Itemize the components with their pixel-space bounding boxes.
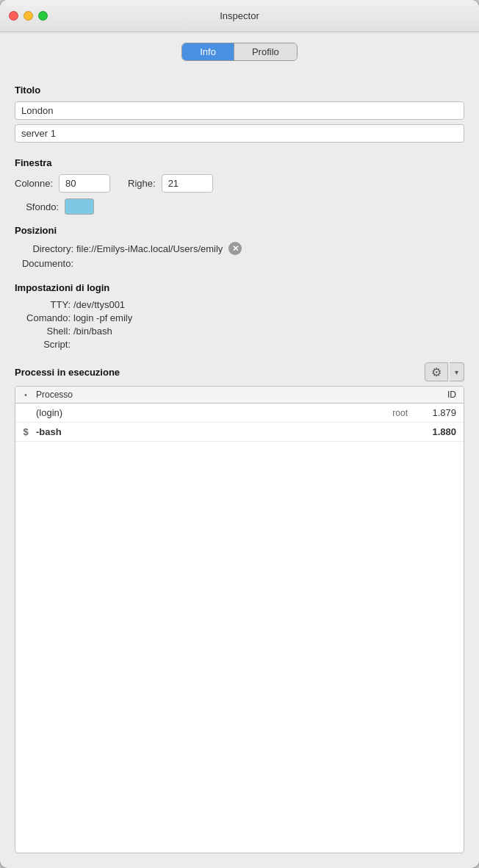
colonne-input[interactable] — [59, 174, 110, 193]
directory-value: file://Emilys-iMac.local/Users/emily — [76, 243, 223, 254]
chevron-button[interactable]: ▾ — [450, 362, 464, 381]
tty-value: /dev/ttys001 — [73, 299, 125, 310]
tab-profilo[interactable]: Profilo — [234, 43, 297, 60]
processes-header: Processi in esecuzione ⚙ ▾ — [15, 362, 464, 381]
titolo-label: Titolo — [15, 85, 464, 96]
shell-key: Shell: — [15, 326, 71, 337]
shell-value: /bin/bash — [73, 326, 112, 337]
process-table-header: • Processo ID — [15, 387, 464, 403]
processes-actions: ⚙ ▾ — [425, 362, 464, 381]
content-area: Info Profilo Titolo Finestra Colonne: Ri… — [0, 32, 479, 868]
col-header-processo: Processo — [36, 390, 412, 400]
impostazioni-label: Impostazioni di login — [15, 282, 464, 293]
sfondo-label: Sfondo: — [15, 201, 59, 212]
process-table-empty — [15, 442, 464, 501]
comando-value: login -pf emily — [73, 312, 132, 323]
row-user: root — [392, 408, 412, 418]
script-row: Script: — [15, 339, 464, 350]
row-process: (login) — [36, 407, 392, 418]
righe-label: Righe: — [128, 178, 156, 189]
titolo-field1[interactable] — [15, 101, 464, 120]
maximize-button[interactable] — [38, 11, 48, 21]
row-id: 1.880 — [412, 426, 464, 437]
gear-button[interactable]: ⚙ — [425, 362, 448, 381]
script-key: Script: — [15, 339, 71, 350]
tty-key: TTY: — [15, 299, 71, 310]
col-header-bullet: • — [15, 390, 36, 399]
finestra-colonne-row: Colonne: Righe: — [15, 174, 464, 193]
processes-title: Processi in esecuzione — [15, 367, 120, 378]
righe-input[interactable] — [162, 174, 213, 193]
sfondo-row: Sfondo: — [15, 198, 464, 215]
row-id: 1.879 — [412, 407, 464, 418]
title-bar: Inspector — [0, 0, 479, 32]
colonne-label: Colonne: — [15, 178, 53, 189]
finestra-label: Finestra — [15, 157, 464, 168]
col-header-id: ID — [412, 390, 464, 400]
comando-row: Comando: login -pf emily — [15, 312, 464, 323]
shell-row: Shell: /bin/bash — [15, 326, 464, 337]
directory-clear-button[interactable]: ✕ — [228, 242, 242, 255]
tab-group: Info Profilo — [181, 43, 298, 61]
directory-row: Directory: file://Emilys-iMac.local/User… — [15, 242, 464, 255]
documento-row: Documento: — [15, 258, 464, 269]
comando-key: Comando: — [15, 312, 71, 323]
table-row[interactable]: (login) root 1.879 — [15, 403, 464, 423]
documento-key: Documento: — [15, 258, 73, 269]
table-row[interactable]: $ -bash 1.880 — [15, 423, 464, 442]
tty-row: TTY: /dev/ttys001 — [15, 299, 464, 310]
minimize-button[interactable] — [24, 11, 33, 21]
close-button[interactable] — [9, 11, 18, 21]
row-process: -bash — [36, 426, 408, 437]
sfondo-color-swatch[interactable] — [65, 198, 94, 215]
posizioni-label: Posizioni — [15, 225, 464, 236]
row-bullet: $ — [15, 426, 36, 437]
directory-key: Directory: — [15, 243, 73, 254]
traffic-lights — [9, 11, 48, 21]
window-title: Inspector — [220, 10, 259, 21]
tab-bar: Info Profilo — [15, 43, 464, 61]
inspector-window: Inspector Info Profilo Titolo Finestra C… — [0, 0, 479, 868]
tab-info[interactable]: Info — [182, 43, 234, 60]
process-table: • Processo ID (login) root 1.879 $ -bash… — [15, 386, 464, 853]
titolo-field2[interactable] — [15, 124, 464, 143]
